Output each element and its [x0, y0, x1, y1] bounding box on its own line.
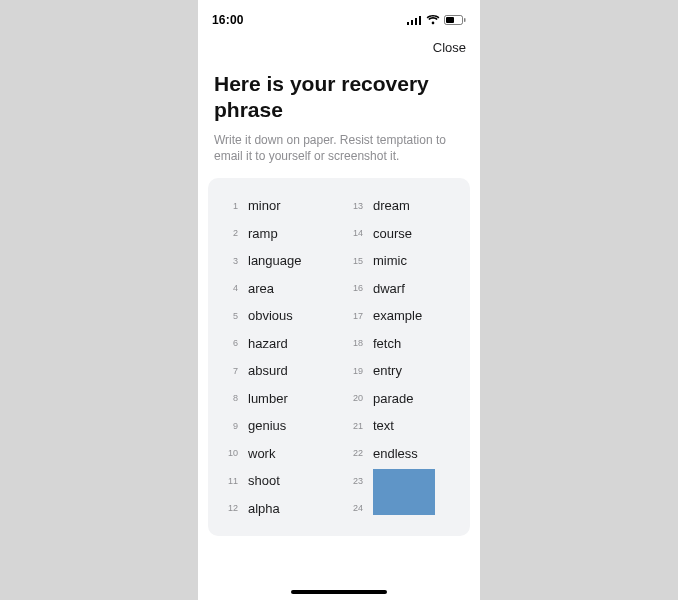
- phrase-item: 15 mimic: [343, 247, 460, 275]
- phrase-word: dwarf: [373, 281, 405, 296]
- phrase-word: entry: [373, 363, 402, 378]
- phrase-number: 4: [218, 283, 238, 293]
- home-indicator: [291, 590, 387, 594]
- page-subtitle: Write it down on paper. Resist temptatio…: [214, 132, 464, 164]
- phrase-item: 12 alpha: [218, 494, 335, 522]
- phrase-number: 17: [343, 311, 363, 321]
- phrase-word: area: [248, 281, 274, 296]
- phrase-number: 7: [218, 366, 238, 376]
- phrase-column-left: 1 minor 2 ramp 3 language 4 area: [218, 192, 335, 522]
- phrase-word: work: [248, 446, 275, 461]
- phrase-item: 3 language: [218, 247, 335, 275]
- phrase-grid: 1 minor 2 ramp 3 language 4 area: [218, 192, 460, 522]
- phrase-item: 4 area: [218, 274, 335, 302]
- phrase-word: genius: [248, 418, 286, 433]
- phrase-item: 10 work: [218, 439, 335, 467]
- phrase-item: 16 dwarf: [343, 274, 460, 302]
- phrase-item: 2 ramp: [218, 219, 335, 247]
- phrase-number: 16: [343, 283, 363, 293]
- phrase-number: 20: [343, 393, 363, 403]
- phrase-number: 19: [343, 366, 363, 376]
- phrase-number: 12: [218, 503, 238, 513]
- phrase-word: fetch: [373, 336, 401, 351]
- phrase-word: parade: [373, 391, 413, 406]
- phrase-number: 15: [343, 256, 363, 266]
- redacted-block: [373, 469, 435, 515]
- phrase-number: 13: [343, 201, 363, 211]
- phrase-item: 24: [343, 494, 373, 522]
- phrase-item: 5 obvious: [218, 302, 335, 330]
- phrase-word: lumber: [248, 391, 288, 406]
- svg-rect-3: [419, 16, 421, 25]
- phrase-word: shoot: [248, 473, 280, 488]
- phrase-word: ramp: [248, 226, 278, 241]
- phrase-item: 19 entry: [343, 357, 460, 385]
- phrase-item: 22 endless: [343, 439, 460, 467]
- phrase-number: 3: [218, 256, 238, 266]
- phrase-number: 5: [218, 311, 238, 321]
- phrase-number: 24: [343, 503, 363, 513]
- phrase-number: 1: [218, 201, 238, 211]
- phrase-number: 22: [343, 448, 363, 458]
- svg-rect-1: [411, 20, 413, 25]
- phrase-number: 10: [218, 448, 238, 458]
- phrase-word: obvious: [248, 308, 293, 323]
- phrase-item: 23: [343, 467, 373, 495]
- phrase-number: 14: [343, 228, 363, 238]
- battery-icon: [444, 15, 466, 25]
- content-area: Here is your recovery phrase Write it do…: [198, 65, 480, 536]
- phrase-item: 11 shoot: [218, 467, 335, 495]
- phrase-item: 20 parade: [343, 384, 460, 412]
- phone-frame: 16:00: [198, 0, 480, 600]
- phrase-word: absurd: [248, 363, 288, 378]
- phrase-word: course: [373, 226, 412, 241]
- svg-rect-6: [464, 18, 466, 22]
- phrase-item: 8 lumber: [218, 384, 335, 412]
- svg-rect-2: [415, 18, 417, 25]
- phrase-word: language: [248, 253, 302, 268]
- phrase-number: 8: [218, 393, 238, 403]
- svg-rect-0: [407, 22, 409, 25]
- phrase-number: 18: [343, 338, 363, 348]
- phrase-item: 6 hazard: [218, 329, 335, 357]
- phrase-number: 23: [343, 476, 363, 486]
- phrase-number: 11: [218, 476, 238, 486]
- wifi-icon: [426, 15, 440, 25]
- recovery-phrase-card: 1 minor 2 ramp 3 language 4 area: [208, 178, 470, 536]
- svg-rect-5: [446, 17, 454, 23]
- phrase-word: hazard: [248, 336, 288, 351]
- phrase-item: 9 genius: [218, 412, 335, 440]
- page-title: Here is your recovery phrase: [214, 71, 464, 124]
- phrase-word: example: [373, 308, 422, 323]
- phrase-number: 9: [218, 421, 238, 431]
- status-right: [407, 15, 466, 25]
- phrase-column-right: 13 dream 14 course 15 mimic 16 dwarf: [343, 192, 460, 522]
- status-time: 16:00: [212, 13, 244, 27]
- phrase-item: 17 example: [343, 302, 460, 330]
- phrase-number: 6: [218, 338, 238, 348]
- phrase-word: text: [373, 418, 394, 433]
- phrase-word: alpha: [248, 501, 280, 516]
- phrase-number: 21: [343, 421, 363, 431]
- phrase-word: endless: [373, 446, 418, 461]
- phrase-item: 21 text: [343, 412, 460, 440]
- status-bar: 16:00: [198, 6, 480, 34]
- phrase-word: mimic: [373, 253, 407, 268]
- phrase-item: 13 dream: [343, 192, 460, 220]
- phrase-word: minor: [248, 198, 281, 213]
- phrase-number: 2: [218, 228, 238, 238]
- phrase-item: 14 course: [343, 219, 460, 247]
- phrase-item: 7 absurd: [218, 357, 335, 385]
- close-button[interactable]: Close: [433, 40, 466, 55]
- phrase-item: 1 minor: [218, 192, 335, 220]
- cellular-signal-icon: [407, 15, 422, 25]
- top-bar: Close: [198, 34, 480, 65]
- phrase-word: dream: [373, 198, 410, 213]
- phrase-item: 18 fetch: [343, 329, 460, 357]
